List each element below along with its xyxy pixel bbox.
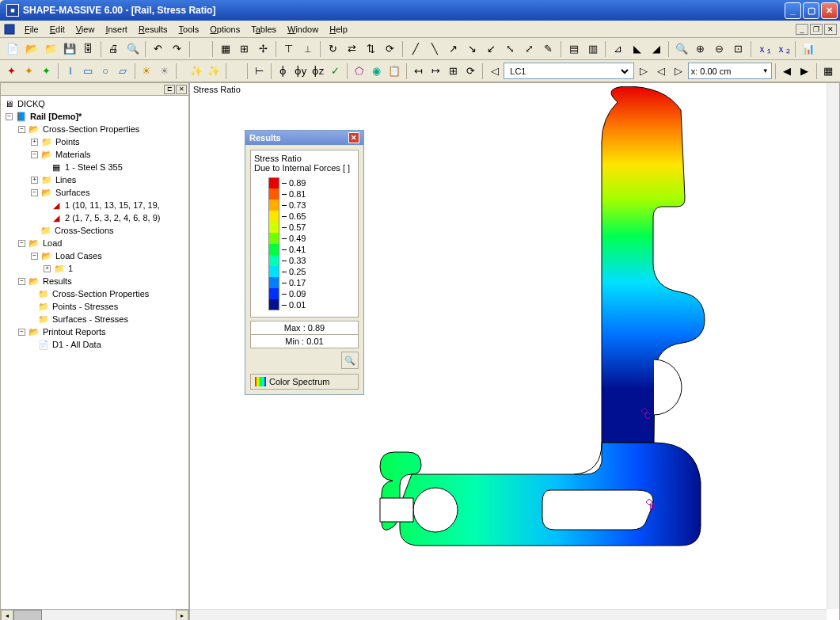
refresh-button[interactable]: ⟳ <box>381 40 399 58</box>
tree-results-surfaces[interactable]: 📁Surfaces - Stresses <box>2 313 187 325</box>
line5-button[interactable]: ↙ <box>482 40 500 58</box>
tree-material-1[interactable]: ▦1 - Steel S 355 <box>2 161 187 173</box>
grid-button[interactable]: ▦ <box>216 40 234 58</box>
r4-button[interactable]: ⟳ <box>462 62 479 80</box>
viewport-scroll-v[interactable] <box>827 83 839 609</box>
tree-d1[interactable]: 📄D1 - All Data <box>2 338 187 351</box>
snap-button[interactable]: ⊞ <box>235 40 253 58</box>
nav-next-button[interactable]: ▷ <box>635 62 652 80</box>
new-button[interactable]: 📄 <box>3 40 21 58</box>
save-button[interactable]: 💾 <box>60 40 78 58</box>
zoom-in-button[interactable]: ⊕ <box>691 40 709 58</box>
tree-pin-button[interactable]: ⊏ <box>164 85 175 94</box>
results-close-button[interactable]: ✕ <box>348 132 359 143</box>
tool-c-button[interactable]: ◢ <box>647 40 665 58</box>
menu-view[interactable]: View <box>70 23 101 36</box>
undo-button[interactable]: ↶ <box>149 40 167 58</box>
tree-load-cases[interactable]: −📂Load Cases <box>2 249 187 262</box>
nav-prev-button[interactable]: ◁ <box>486 62 503 80</box>
poly-button[interactable]: ⬠ <box>351 62 367 80</box>
r3-button[interactable]: ⊞ <box>445 62 462 80</box>
line7-button[interactable]: ⤢ <box>520 40 538 58</box>
menu-options[interactable]: Options <box>204 23 245 36</box>
open2-button[interactable]: 📁 <box>41 40 59 58</box>
tree-results-cs[interactable]: 📁Cross-Section Properties <box>2 287 187 300</box>
r1-button[interactable]: ↤ <box>410 62 427 80</box>
sun-button[interactable]: ☀ <box>139 62 155 80</box>
mirror-v-button[interactable]: ⇅ <box>362 40 380 58</box>
tool-b-button[interactable]: ◣ <box>628 40 646 58</box>
mirror-h-button[interactable]: ⇄ <box>343 40 361 58</box>
tree-printout[interactable]: −📂Printout Reports <box>2 325 187 338</box>
tree-cross-sections[interactable]: 📁Cross-Sections <box>2 224 187 237</box>
export-button[interactable]: 📊 <box>799 40 817 58</box>
node3-button[interactable]: ✦ <box>38 62 55 80</box>
coord-combo[interactable]: ▼ <box>688 63 772 79</box>
tree-results[interactable]: −📂Results <box>2 275 187 287</box>
menu-file[interactable]: File <box>19 23 44 36</box>
line2-button[interactable]: ╲ <box>425 40 443 58</box>
close-button[interactable]: ✕ <box>821 2 838 19</box>
tree-body[interactable]: 🖥DICKQ −📘Rail [Demo]* −📂Cross-Section Pr… <box>1 96 188 609</box>
profile-o-button[interactable]: ○ <box>97 62 114 80</box>
dz-button[interactable]: ɸz <box>310 62 326 80</box>
menu-edit[interactable]: Edit <box>44 23 70 36</box>
print-preview-button[interactable]: 🔍 <box>124 40 142 58</box>
dimension-button[interactable]: ⊤ <box>279 40 298 58</box>
x1-button[interactable]: ｘ₁ <box>754 40 773 58</box>
zoom-out-button[interactable]: ⊖ <box>710 40 728 58</box>
node1-button[interactable]: ✦ <box>3 62 20 80</box>
loadcase-select[interactable]: LC1 <box>507 66 631 77</box>
edit-line-button[interactable]: ✎ <box>539 40 557 58</box>
tree-surfaces[interactable]: −📂Surfaces <box>2 186 187 199</box>
scroll-right-button[interactable]: ▸ <box>176 610 188 621</box>
profile-custom-button[interactable]: ▱ <box>115 62 131 80</box>
dy2-button[interactable]: ɸy <box>292 62 309 80</box>
axes-button[interactable]: ✢ <box>254 40 272 58</box>
scroll-left-button[interactable]: ◂ <box>1 610 13 621</box>
zoom-all-button[interactable]: ⊡ <box>729 40 747 58</box>
coord-input[interactable] <box>691 67 762 76</box>
menu-results[interactable]: Results <box>133 23 173 36</box>
menu-insert[interactable]: Insert <box>100 23 133 36</box>
color-spectrum-button[interactable]: Color Spectrum <box>250 374 359 390</box>
loadcase-combo[interactable]: LC1 <box>504 63 634 79</box>
mdi-minimize-button[interactable]: _ <box>796 24 808 35</box>
line-button[interactable]: ╱ <box>406 40 424 58</box>
tool-a-button[interactable]: ⊿ <box>609 40 627 58</box>
mdi-restore-button[interactable]: ❐ <box>810 24 823 35</box>
arrow-next-button[interactable]: ▶ <box>796 62 813 80</box>
menu-help[interactable]: Help <box>324 23 353 36</box>
table-button[interactable]: ▤ <box>564 40 583 58</box>
tree-surface-2[interactable]: ◢2 (1, 7, 5, 3, 2, 4, 6, 8, 9) <box>2 211 187 224</box>
tree-materials[interactable]: −📂Materials <box>2 148 187 161</box>
maximize-button[interactable]: ▢ <box>803 2 819 19</box>
redo-button[interactable]: ↷ <box>168 40 186 58</box>
mdi-close-button[interactable]: ✕ <box>824 24 837 35</box>
opt1-button[interactable]: ⊢ <box>251 62 268 80</box>
line4-button[interactable]: ↘ <box>463 40 481 58</box>
report-button[interactable]: 📋 <box>386 62 403 80</box>
minimize-button[interactable]: _ <box>785 2 801 19</box>
tree-root[interactable]: 🖥DICKQ <box>2 97 187 110</box>
menu-window[interactable]: Window <box>282 23 324 36</box>
nav-down-button[interactable]: ▷ <box>671 62 687 80</box>
ortho-button[interactable]: ⟂ <box>298 40 317 58</box>
profile-box-button[interactable]: ▭ <box>80 62 97 80</box>
results-panel-title[interactable]: Results ✕ <box>245 131 363 145</box>
tree-lines[interactable]: +📁Lines <box>2 173 187 186</box>
save-all-button[interactable]: 🗄 <box>79 40 97 58</box>
viewport-scroll-h[interactable] <box>190 609 827 620</box>
tree-points[interactable]: +📁Points <box>2 135 187 148</box>
line3-button[interactable]: ↗ <box>444 40 462 58</box>
tree-cs-properties[interactable]: −📂Cross-Section Properties <box>2 123 187 135</box>
tree-load[interactable]: −📂Load <box>2 237 187 249</box>
tree-project[interactable]: −📘Rail [Demo]* <box>2 110 187 123</box>
tree-results-points[interactable]: 📁Points - Stresses <box>2 300 187 313</box>
sun2-button[interactable]: ☀ <box>156 62 173 80</box>
line6-button[interactable]: ⤡ <box>501 40 519 58</box>
menu-tools[interactable]: Tools <box>173 23 205 36</box>
arrow-prev-button[interactable]: ◀ <box>779 62 796 80</box>
tree-scrollbar[interactable]: ◂ ▸ <box>1 609 188 620</box>
dy-button[interactable]: ɸ <box>275 62 291 80</box>
